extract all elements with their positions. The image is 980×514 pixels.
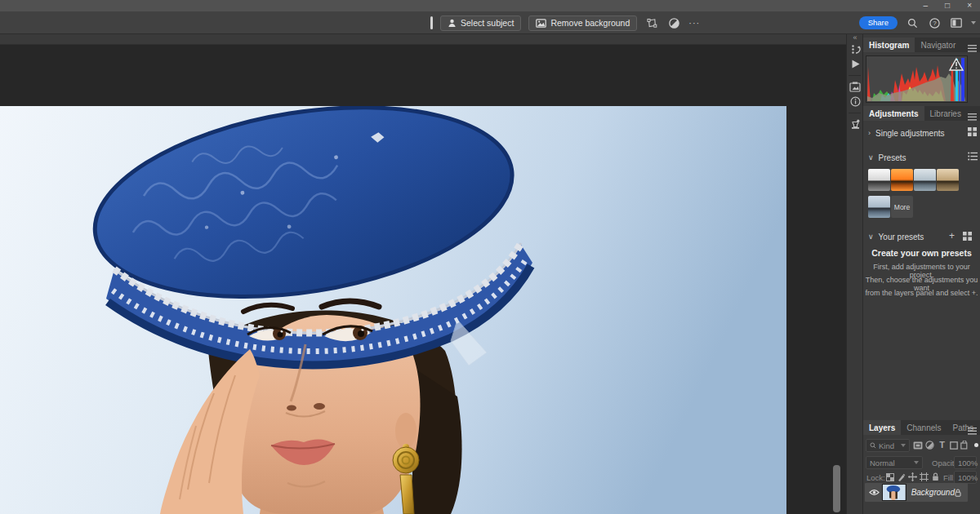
preset-thumbnail[interactable] — [937, 169, 959, 191]
select-subject-label: Select subject — [461, 18, 514, 28]
collapse-panels-icon[interactable]: « — [847, 33, 863, 42]
window-controls: – □ × — [924, 0, 972, 11]
filter-shape-layers-icon[interactable] — [948, 440, 959, 450]
kind-label: Kind — [879, 441, 894, 450]
lock-label: Lock: — [866, 473, 885, 482]
maximize-icon[interactable]: □ — [945, 0, 950, 11]
lock-transparency-icon[interactable] — [884, 472, 895, 482]
tab-channels[interactable]: Channels — [901, 420, 947, 435]
create-presets-title: Create your own presets — [863, 248, 980, 258]
layer-lock-icon — [955, 489, 961, 497]
drag-handle-icon[interactable] — [430, 16, 433, 29]
grid-view-icon[interactable] — [963, 232, 972, 241]
search-icon[interactable] — [905, 16, 920, 30]
select-subject-button[interactable]: Select subject — [440, 16, 521, 31]
titlebar: – □ × — [0, 0, 980, 11]
layer-row-background[interactable]: Background — [865, 483, 968, 502]
close-icon[interactable]: × — [967, 0, 972, 11]
presets-row[interactable]: ∨ Presets — [868, 152, 906, 163]
opacity-dropdown[interactable]: 100% — [954, 456, 977, 469]
help-icon[interactable]: ? — [927, 16, 942, 30]
panel-column: Histogram Navigator Ad — [862, 34, 980, 514]
remove-background-label: Remove background — [550, 18, 630, 28]
document-header-strip — [0, 34, 846, 45]
filter-adjustment-layers-icon[interactable] — [924, 440, 935, 450]
histogram-tabbar: Histogram Navigator — [863, 38, 980, 52]
grid-view-icon[interactable] — [968, 127, 977, 136]
fill-dropdown[interactable]: 100% — [954, 471, 977, 484]
preset-thumbnail[interactable] — [868, 196, 890, 218]
tab-adjustments[interactable]: Adjustments — [863, 106, 924, 121]
filter-smart-objects-icon[interactable] — [960, 440, 970, 450]
filter-toggle-icon[interactable] — [974, 443, 978, 447]
workspace-icon[interactable] — [949, 16, 964, 30]
task-bar-actions: Select subject Remove background ··· — [430, 11, 700, 34]
histogram-chart — [866, 55, 968, 103]
lock-all-icon[interactable] — [930, 472, 941, 482]
canvas-scrollbar-thumb[interactable] — [833, 465, 840, 512]
add-preset-icon[interactable]: + — [949, 230, 955, 241]
tab-histogram[interactable]: Histogram — [863, 38, 915, 52]
export-icon[interactable] — [849, 80, 862, 93]
single-adjustments-label: Single adjustments — [875, 129, 945, 138]
panel-menu-icon[interactable] — [968, 109, 977, 124]
person-icon — [448, 19, 457, 28]
panel-dock: « — [846, 34, 862, 514]
your-presets-row[interactable]: ∨ Your presets — [868, 231, 924, 242]
blend-mode-dropdown[interactable]: Normal — [866, 456, 923, 469]
more-presets-button[interactable]: More — [891, 196, 913, 218]
document-canvas[interactable] — [0, 34, 846, 514]
blend-mode-value: Normal — [870, 459, 895, 467]
chevron-right-icon: › — [868, 129, 871, 137]
preset-thumbnail[interactable] — [868, 169, 890, 191]
panel-menu-icon[interactable] — [968, 41, 977, 55]
lock-artboard-icon[interactable] — [919, 472, 929, 482]
chevron-down-icon[interactable] — [971, 21, 976, 24]
info-icon[interactable] — [849, 95, 862, 108]
chevron-down-icon: ∨ — [868, 233, 874, 241]
photo-woman-blue-hat — [0, 106, 786, 514]
share-button[interactable]: Share — [859, 16, 898, 29]
preset-thumbnail[interactable] — [891, 169, 913, 191]
filter-pixel-layers-icon[interactable] — [912, 440, 923, 450]
task-bar-right: Share ? — [859, 11, 976, 34]
presets-label: Presets — [879, 153, 906, 162]
adjustment-icon[interactable] — [666, 16, 681, 30]
more-options-icon[interactable]: ··· — [688, 16, 700, 30]
lock-pixels-brush-icon[interactable] — [896, 472, 906, 482]
photoshop-window: – □ × Select subject Remove background ·… — [0, 0, 980, 514]
layers-tabbar: Layers Channels Paths — [863, 420, 980, 435]
list-view-icon[interactable] — [968, 152, 978, 161]
chevron-down-icon: ∨ — [868, 153, 874, 162]
create-presets-line: from the layers panel and select +. — [863, 289, 980, 297]
your-presets-label: Your presets — [879, 233, 924, 241]
dock-divider — [849, 75, 861, 76]
tab-layers[interactable]: Layers — [863, 420, 901, 435]
layer-thumbnail — [882, 484, 906, 501]
remove-background-button[interactable]: Remove background — [528, 16, 637, 31]
kind-filter-dropdown[interactable]: Kind — [866, 439, 910, 452]
opacity-value: 100% — [958, 459, 978, 467]
layer-name: Background — [911, 488, 955, 497]
layer-visibility-eye-icon[interactable] — [869, 489, 880, 496]
image-icon — [536, 19, 546, 28]
history-icon[interactable] — [849, 42, 862, 55]
minimize-icon[interactable]: – — [924, 0, 929, 11]
search-icon — [870, 442, 876, 449]
adjustments-tabbar: Adjustments Libraries — [863, 106, 980, 121]
transform-icon[interactable] — [644, 16, 659, 30]
contextual-task-bar: Select subject Remove background ··· Sha… — [0, 11, 980, 34]
actions-icon[interactable] — [849, 57, 862, 70]
tab-libraries[interactable]: Libraries — [924, 106, 967, 121]
preset-thumbnail[interactable] — [914, 169, 936, 191]
tab-navigator[interactable]: Navigator — [915, 38, 961, 52]
svg-text:?: ? — [933, 20, 937, 27]
fill-value: 100% — [958, 473, 978, 482]
single-adjustments-row[interactable]: › Single adjustments — [868, 127, 945, 139]
lock-position-icon[interactable] — [907, 472, 918, 482]
snapshot-icon[interactable] — [849, 117, 862, 131]
filter-type-layers-icon[interactable]: T — [937, 439, 947, 450]
panel-menu-icon[interactable] — [968, 423, 977, 438]
dock-divider — [849, 113, 861, 113]
